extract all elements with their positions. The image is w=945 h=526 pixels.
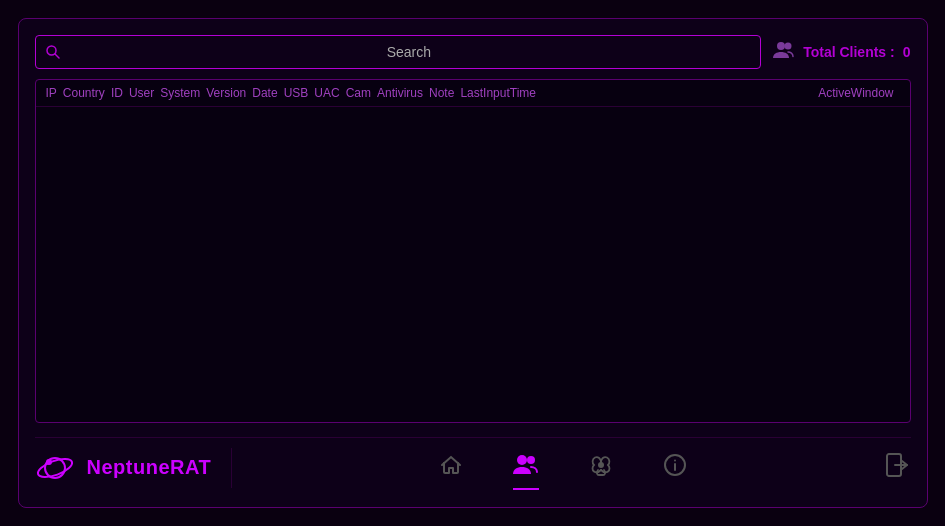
nav-home[interactable] [439, 453, 463, 483]
main-container: Total Clients : 0 IP Country ID User Sys… [18, 18, 928, 508]
home-icon [439, 453, 463, 483]
svg-point-6 [46, 459, 52, 465]
total-clients-count: 0 [903, 44, 911, 60]
svg-point-12 [674, 459, 676, 461]
nav-tasks[interactable] [589, 453, 613, 483]
clients-icon [773, 41, 795, 64]
col-note[interactable]: Note [429, 86, 460, 100]
svg-point-5 [35, 455, 74, 480]
nav-clients[interactable] [513, 454, 539, 482]
right-nav [885, 452, 911, 484]
nav-info[interactable] [663, 453, 687, 483]
col-ip[interactable]: IP [46, 86, 63, 100]
svg-point-2 [777, 42, 785, 50]
exit-icon[interactable] [885, 458, 911, 483]
svg-point-3 [785, 42, 792, 49]
bottom-bar: NeptuneRAT [35, 437, 911, 491]
col-activewindow[interactable]: ActiveWindow [818, 86, 899, 100]
top-bar: Total Clients : 0 [35, 35, 911, 69]
col-cam[interactable]: Cam [346, 86, 377, 100]
col-uac[interactable]: UAC [314, 86, 345, 100]
brand-section: NeptuneRAT [35, 448, 233, 488]
clients-nav-icon [513, 454, 539, 482]
search-input[interactable] [68, 44, 751, 60]
col-system[interactable]: System [160, 86, 206, 100]
svg-point-8 [527, 456, 535, 464]
col-version[interactable]: Version [206, 86, 252, 100]
svg-line-1 [55, 54, 59, 58]
nav-items [242, 453, 884, 483]
client-count-box: Total Clients : 0 [773, 41, 910, 64]
brand-logo-icon [35, 448, 75, 488]
col-antivirus[interactable]: Antivirus [377, 86, 429, 100]
col-lastinputtime[interactable]: LastInputTime [460, 86, 542, 100]
table-body [36, 107, 910, 419]
col-usb[interactable]: USB [284, 86, 315, 100]
col-id[interactable]: ID [111, 86, 129, 100]
brand-name: NeptuneRAT [87, 456, 212, 479]
search-wrapper [35, 35, 762, 69]
info-icon [663, 453, 687, 483]
search-icon [46, 45, 60, 59]
svg-point-7 [517, 455, 527, 465]
table-container: IP Country ID User System Version Date U… [35, 79, 911, 423]
table-header: IP Country ID User System Version Date U… [36, 80, 910, 107]
biohazard-icon [589, 453, 613, 483]
col-date[interactable]: Date [252, 86, 283, 100]
total-clients-label: Total Clients : [803, 44, 895, 60]
col-user[interactable]: User [129, 86, 160, 100]
col-country[interactable]: Country [63, 86, 111, 100]
